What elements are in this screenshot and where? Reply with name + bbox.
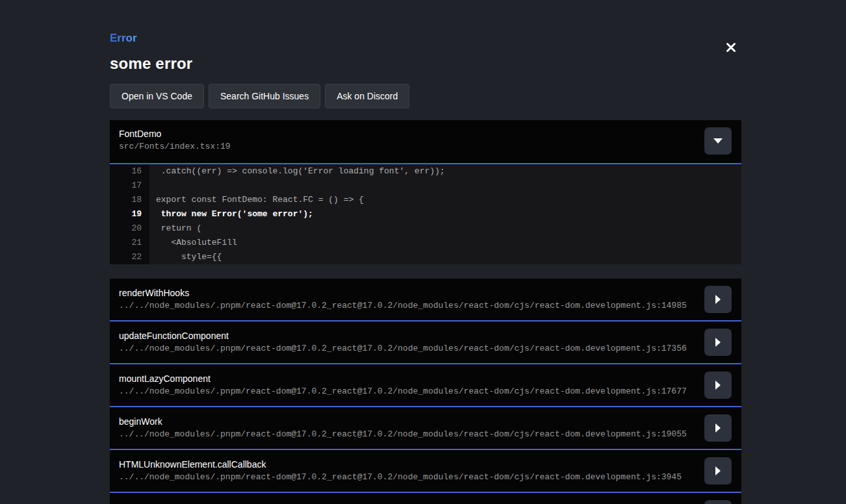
error-overlay: { "overlay": { "error_type": "Error", "e… xyxy=(0,0,846,504)
line-number: 19 xyxy=(110,207,149,221)
error-overlay-content: Error some error Open in VS Code Search … xyxy=(110,0,741,504)
code-text: throw new Error('some error'); xyxy=(149,207,741,221)
stack-frame-name: updateFunctionComponent xyxy=(119,331,741,341)
stack-frame-path: ../../node_modules/.pnpm/react-dom@17.0.… xyxy=(119,472,741,482)
expand-frame-button[interactable] xyxy=(704,329,732,356)
stack-frame-row: updateFunctionComponent ../../node_modul… xyxy=(110,321,741,364)
main-frame-header: FontDemo src/Fonts/index.tsx:19 xyxy=(110,120,741,163)
code-frame: 16 .catch((err) => console.log('Error lo… xyxy=(110,163,741,264)
error-type-label: Error xyxy=(110,32,137,45)
expand-frame-button[interactable] xyxy=(704,286,732,313)
stack-frame-row-partial xyxy=(110,493,741,504)
stack-frame-path: ../../node_modules/.pnpm/react-dom@17.0.… xyxy=(119,386,741,396)
code-line: 17 xyxy=(110,179,741,193)
code-line: 20 return ( xyxy=(110,221,741,236)
stack-frame-row: HTMLUnknownElement.callCallback ../../no… xyxy=(110,450,741,493)
triangle-right-icon xyxy=(715,338,721,347)
stack-frame-name: mountLazyComponent xyxy=(119,373,741,384)
collapse-frame-button[interactable] xyxy=(704,127,732,155)
stack-frame-row: renderWithHooks ../../node_modules/.pnpm… xyxy=(110,279,741,321)
stack-frame-path: ../../node_modules/.pnpm/react-dom@17.0.… xyxy=(119,301,741,310)
code-text: export const FontDemo: React.FC = () => … xyxy=(149,193,741,207)
stack-frame-name: beginWork xyxy=(119,416,741,427)
code-line: 19 throw new Error('some error'); xyxy=(110,207,741,221)
open-in-vs-code-button[interactable]: Open in VS Code xyxy=(110,84,204,108)
code-text: <AbsoluteFill xyxy=(149,236,741,250)
triangle-down-icon xyxy=(713,138,723,144)
code-text: style={{ xyxy=(149,250,741,264)
line-number: 17 xyxy=(110,179,149,193)
stack-frame-path: ../../node_modules/.pnpm/react-dom@17.0.… xyxy=(119,429,741,439)
stack-frame-name: HTMLUnknownElement.callCallback xyxy=(119,459,741,470)
line-number: 20 xyxy=(110,221,149,236)
error-message: some error xyxy=(110,55,741,73)
stack-frame-list: renderWithHooks ../../node_modules/.pnpm… xyxy=(110,279,741,493)
triangle-right-icon xyxy=(715,466,721,475)
code-line: 16 .catch((err) => console.log('Error lo… xyxy=(110,164,741,179)
expand-frame-button[interactable] xyxy=(704,457,732,485)
code-line: 18 export const FontDemo: React.FC = () … xyxy=(110,193,741,207)
triangle-right-icon xyxy=(715,295,721,304)
code-text xyxy=(149,179,741,193)
search-github-issues-button[interactable]: Search GitHub Issues xyxy=(209,84,320,108)
line-number: 18 xyxy=(110,193,149,207)
frame-source-location: src/Fonts/index.tsx:19 xyxy=(119,142,741,151)
expand-frame-button[interactable] xyxy=(704,414,732,442)
code-line: 22 style={{ xyxy=(110,250,741,264)
code-text: .catch((err) => console.log('Error loadi… xyxy=(149,164,741,179)
line-number: 22 xyxy=(110,250,149,264)
action-button-row: Open in VS Code Search GitHub Issues Ask… xyxy=(110,84,741,108)
stack-frame-path: ../../node_modules/.pnpm/react-dom@17.0.… xyxy=(119,344,741,353)
triangle-right-icon xyxy=(715,381,721,390)
expand-frame-button[interactable] xyxy=(704,500,732,504)
ask-on-discord-button[interactable]: Ask on Discord xyxy=(325,84,409,108)
frame-function-name: FontDemo xyxy=(119,129,741,139)
code-text: return ( xyxy=(149,221,741,236)
line-number: 16 xyxy=(110,164,149,179)
main-stack-frame-card: FontDemo src/Fonts/index.tsx:19 16 .catc… xyxy=(110,120,741,264)
stack-frame-name: renderWithHooks xyxy=(119,288,741,298)
code-line: 21 <AbsoluteFill xyxy=(110,236,741,250)
stack-frame-row: beginWork ../../node_modules/.pnpm/react… xyxy=(110,407,741,450)
triangle-right-icon xyxy=(715,423,721,433)
expand-frame-button[interactable] xyxy=(704,372,732,399)
stack-frame-row: mountLazyComponent ../../node_modules/.p… xyxy=(110,364,741,407)
line-number: 21 xyxy=(110,236,149,250)
